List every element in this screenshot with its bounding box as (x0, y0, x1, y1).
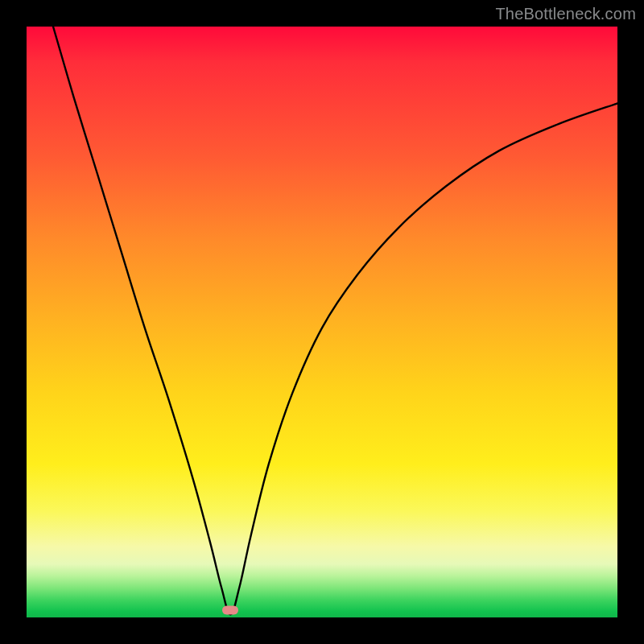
plot-area (27, 27, 617, 617)
chart-frame: TheBottleneck.com (0, 0, 644, 644)
vertex-marker (222, 606, 238, 615)
bottleneck-curve (27, 27, 617, 617)
watermark-text: TheBottleneck.com (495, 5, 636, 23)
